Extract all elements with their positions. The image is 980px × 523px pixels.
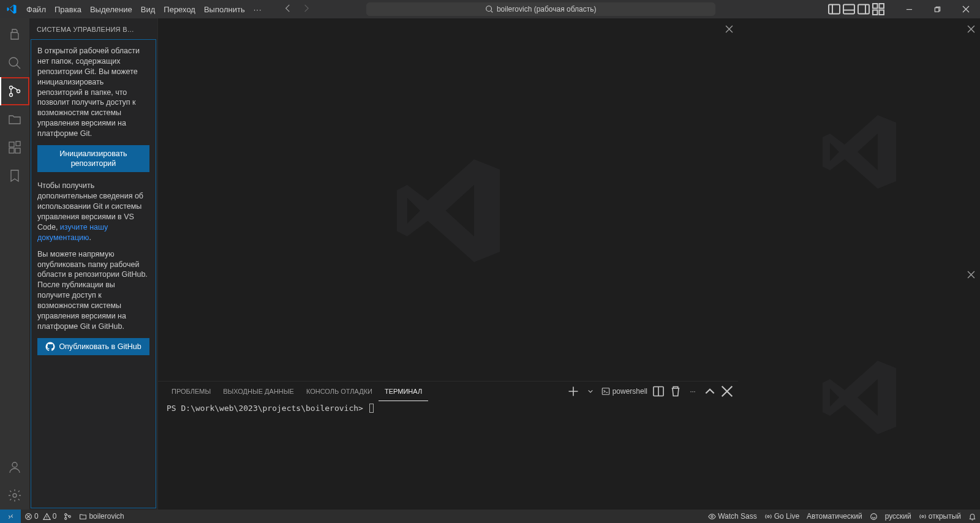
activity-explorer-folder[interactable] — [0, 105, 29, 134]
panel-tab-output[interactable]: ВЫХОДНЫЕ ДАННЫЕ — [217, 382, 300, 401]
activity-bar — [0, 18, 29, 510]
editor-watermark — [158, 40, 738, 381]
svg-point-26 — [767, 515, 769, 517]
nav-back-icon[interactable] — [284, 4, 293, 15]
status-watch-sass[interactable]: Watch Sass — [704, 512, 761, 521]
svg-rect-2 — [843, 5, 854, 14]
status-bar: 0 0 boilerovich Watch Sass Go Live Автом… — [0, 510, 980, 523]
panel-more-icon[interactable]: ··· — [687, 385, 699, 397]
status-language[interactable]: русский — [881, 512, 915, 521]
scm-info-text-2: Чтобы получить дополнительные сведения о… — [37, 181, 149, 243]
status-auto-detect[interactable]: Автоматический — [803, 512, 866, 521]
status-problems[interactable]: 0 0 — [21, 510, 60, 523]
status-remote[interactable] — [0, 510, 21, 523]
status-notifications-icon[interactable] — [965, 513, 980, 521]
layout-sidebar-left-icon[interactable] — [827, 2, 842, 17]
bottom-panel: ПРОБЛЕМЫ ВЫХОДНЫЕ ДАННЫЕ КОНСОЛЬ ОТЛАДКИ… — [158, 381, 738, 510]
editor-group-right — [738, 18, 980, 510]
panel-maximize-icon[interactable] — [704, 385, 716, 397]
svg-rect-16 — [16, 141, 20, 146]
menu-edit[interactable]: Правка — [50, 2, 86, 17]
activity-settings[interactable] — [0, 481, 29, 510]
menu-run[interactable]: Выполнить — [200, 2, 249, 17]
terminal[interactable]: PS D:\work\web\2023\projects\boilerovich… — [158, 401, 738, 510]
menu-file[interactable]: Файл — [22, 2, 50, 17]
svg-point-22 — [65, 513, 67, 515]
svg-rect-8 — [935, 7, 939, 11]
layout-customize-icon[interactable] — [871, 2, 886, 17]
layout-panel-icon[interactable] — [842, 2, 856, 17]
svg-point-27 — [870, 513, 876, 519]
nav-forward-icon — [301, 4, 311, 15]
terminal-split-icon[interactable] — [652, 385, 665, 397]
svg-point-11 — [10, 94, 13, 97]
svg-point-25 — [711, 515, 713, 517]
editor-close-icon-3[interactable] — [965, 269, 976, 280]
terminal-new-icon[interactable] — [567, 385, 579, 397]
editor-close-icon-2[interactable] — [965, 23, 976, 34]
svg-point-28 — [922, 515, 924, 517]
panel-tab-terminal[interactable]: ТЕРМИНАЛ — [379, 382, 428, 401]
activity-source-control[interactable] — [0, 77, 29, 105]
init-repository-button[interactable]: Инициализировать репозиторий — [37, 145, 149, 173]
layout-sidebar-right-icon[interactable] — [856, 2, 871, 17]
svg-rect-4 — [873, 4, 878, 9]
scm-info-text-3: Вы можете напрямую опубликовать папку ра… — [37, 249, 149, 332]
activity-accounts[interactable] — [0, 453, 29, 481]
menu-bar: Файл Правка Выделение Вид Переход Выполн… — [22, 2, 266, 17]
svg-point-17 — [12, 462, 17, 467]
menu-selection[interactable]: Выделение — [86, 2, 137, 17]
svg-rect-15 — [15, 148, 20, 153]
terminal-dropdown-icon[interactable] — [584, 385, 597, 397]
status-feedback-icon[interactable] — [866, 513, 881, 521]
editor-group-1: ПРОБЛЕМЫ ВЫХОДНЫЕ ДАННЫЕ КОНСОЛЬ ОТЛАДКИ… — [158, 18, 738, 510]
activity-search[interactable] — [0, 49, 29, 77]
svg-rect-13 — [9, 142, 14, 147]
status-workspace[interactable]: boilerovich — [75, 510, 127, 523]
activity-extensions[interactable] — [0, 134, 29, 162]
activity-bookmarks[interactable] — [0, 162, 29, 190]
menu-overflow[interactable]: ··· — [249, 2, 266, 17]
sidebar-title: СИСТЕМА УПРАВЛЕНИЯ В… — [29, 18, 157, 40]
activity-explorer[interactable] — [0, 21, 29, 49]
svg-rect-7 — [879, 10, 884, 15]
status-ports[interactable] — [60, 510, 75, 523]
scm-info-text-1: В открытой рабочей области нет папок, со… — [37, 46, 149, 139]
terminal-kill-icon[interactable] — [669, 385, 682, 397]
github-icon — [45, 342, 55, 352]
editor-close-icon[interactable] — [723, 23, 734, 34]
svg-rect-1 — [829, 5, 840, 14]
vscode-logo — [6, 4, 17, 15]
panel-close-icon[interactable] — [721, 385, 733, 397]
editor-watermark-3 — [739, 285, 980, 510]
svg-point-18 — [13, 494, 17, 497]
terminal-shell-label[interactable]: powershell — [601, 387, 647, 396]
svg-point-23 — [65, 517, 67, 519]
editor-watermark-2 — [739, 40, 980, 263]
svg-point-0 — [486, 6, 492, 12]
window-close[interactable] — [952, 0, 980, 18]
window-minimize[interactable] — [895, 0, 924, 18]
svg-rect-5 — [879, 4, 884, 9]
svg-rect-3 — [858, 5, 869, 14]
publish-github-button[interactable]: Опубликовать в GitHub — [37, 338, 149, 355]
window-maximize[interactable] — [924, 0, 952, 18]
terminal-cursor — [369, 404, 374, 413]
svg-rect-6 — [873, 10, 878, 15]
source-control-welcome: В открытой рабочей области нет папок, со… — [31, 39, 156, 508]
svg-point-9 — [9, 58, 18, 66]
terminal-prompt: PS D:\work\web\2023\projects\boilerovich… — [167, 404, 363, 413]
panel-tab-problems[interactable]: ПРОБЛЕМЫ — [165, 382, 217, 401]
svg-point-12 — [17, 90, 20, 93]
terminal-icon — [601, 387, 610, 396]
svg-point-10 — [10, 86, 13, 89]
panel-tab-debug-console[interactable]: КОНСОЛЬ ОТЛАДКИ — [300, 382, 379, 401]
editor-area: ПРОБЛЕМЫ ВЫХОДНЫЕ ДАННЫЕ КОНСОЛЬ ОТЛАДКИ… — [158, 18, 980, 510]
command-center[interactable]: boilerovich (рабочая область) — [366, 2, 715, 16]
menu-go[interactable]: Переход — [159, 2, 200, 17]
menu-view[interactable]: Вид — [137, 2, 160, 17]
status-go-live[interactable]: Go Live — [761, 512, 803, 521]
status-trusted[interactable]: открытый — [915, 512, 965, 521]
svg-point-24 — [69, 515, 71, 517]
svg-rect-14 — [9, 148, 14, 153]
